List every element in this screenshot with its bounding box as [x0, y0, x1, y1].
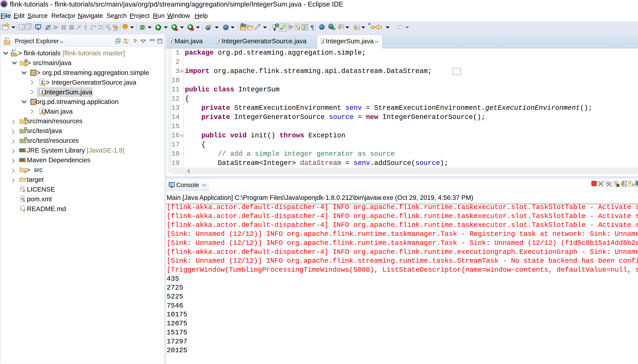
- svg-text:¶: ¶: [310, 24, 314, 31]
- svg-text:C: C: [276, 24, 279, 28]
